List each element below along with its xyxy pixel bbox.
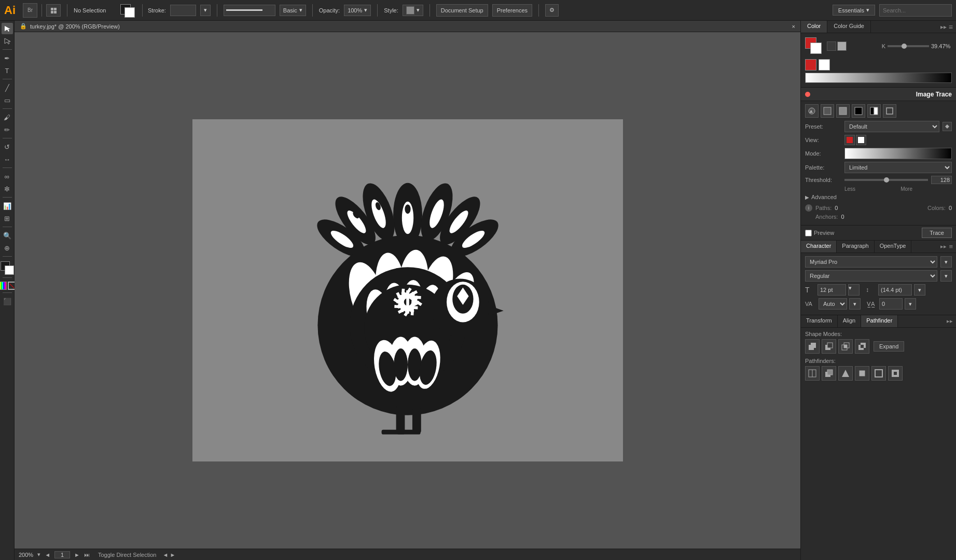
view-btn-2[interactable] bbox=[856, 135, 866, 145]
graphic-style-dropdown[interactable]: ▾ bbox=[403, 5, 423, 16]
line-tool[interactable]: ╱ bbox=[2, 82, 13, 93]
view-btn-1[interactable] bbox=[844, 135, 855, 145]
rotate-tool[interactable]: ↺ bbox=[2, 141, 13, 152]
divide-btn[interactable] bbox=[805, 366, 820, 381]
search-input[interactable] bbox=[879, 4, 952, 17]
page-number-input[interactable] bbox=[54, 551, 70, 558]
stroke-color[interactable] bbox=[124, 7, 135, 18]
leading-input[interactable] bbox=[878, 284, 912, 296]
preview-label[interactable]: Preview bbox=[805, 230, 834, 236]
selection-tool[interactable] bbox=[2, 23, 13, 34]
gradient-fill[interactable] bbox=[0, 282, 7, 290]
kern-dropdown[interactable]: Auto bbox=[819, 298, 847, 310]
pen-tool[interactable]: ✒ bbox=[2, 52, 13, 64]
font-dropdown-arrow[interactable]: ▾ bbox=[940, 256, 952, 268]
trim-btn[interactable] bbox=[822, 366, 836, 381]
it-manage-btn[interactable] bbox=[943, 122, 952, 131]
stroke-dropdown[interactable]: ▾ bbox=[200, 5, 211, 16]
zoom-tool[interactable]: ⊕ bbox=[2, 242, 13, 254]
nav-prev-icon[interactable]: ◄ bbox=[45, 552, 50, 558]
color-gradient-bar[interactable] bbox=[805, 73, 952, 83]
mesh-tool[interactable]: ⊞ bbox=[2, 213, 13, 224]
it-high-color-btn[interactable] bbox=[821, 104, 834, 118]
tracking-dropdown[interactable]: ▾ bbox=[905, 298, 916, 310]
rectangle-tool[interactable]: ▭ bbox=[2, 94, 13, 106]
eyedropper-tool[interactable]: 🔍 bbox=[2, 230, 13, 241]
stroke-swatch[interactable] bbox=[810, 43, 822, 54]
document-setup-button[interactable]: Document Setup bbox=[436, 4, 488, 17]
pencil-tool[interactable]: ✏ bbox=[2, 124, 13, 135]
preview-checkbox[interactable] bbox=[805, 230, 812, 236]
color-icon-2[interactable] bbox=[837, 41, 847, 51]
char-panel-menu-icon[interactable]: ≡ bbox=[949, 243, 953, 250]
trace-button[interactable]: Trace bbox=[922, 228, 952, 238]
foreground-color[interactable] bbox=[1, 261, 14, 275]
pathfinder-expand-icon[interactable]: ▸▸ bbox=[947, 318, 953, 325]
arrange-button[interactable] bbox=[46, 4, 61, 17]
column-graph-tool[interactable]: 📊 bbox=[2, 200, 13, 212]
opacity-dropdown[interactable]: 100% ▾ bbox=[344, 5, 371, 16]
unite-btn[interactable] bbox=[805, 339, 820, 354]
it-grayscale-btn[interactable] bbox=[852, 104, 865, 118]
tab-pathfinder[interactable]: Pathfinder bbox=[861, 315, 898, 327]
preferences-button[interactable]: Preferences bbox=[492, 4, 532, 17]
white-mode-btn[interactable] bbox=[819, 59, 830, 71]
it-outline-btn[interactable] bbox=[883, 104, 896, 118]
leading-dropdown[interactable]: ▾ bbox=[914, 284, 925, 296]
blend-tool[interactable]: ∞ bbox=[2, 171, 13, 182]
reflect-tool[interactable]: ↔ bbox=[2, 153, 13, 165]
kern-dropdown-arrow[interactable]: ▾ bbox=[849, 298, 861, 310]
expand-button[interactable]: Expand bbox=[874, 341, 904, 352]
it-advanced-row[interactable]: ▶ Advanced bbox=[805, 192, 952, 202]
k-slider[interactable] bbox=[888, 45, 929, 47]
font-style-dropdown[interactable]: Regular bbox=[805, 270, 937, 282]
tab-paragraph[interactable]: Paragraph bbox=[837, 241, 874, 253]
crop-btn[interactable] bbox=[855, 366, 869, 381]
threshold-input[interactable] bbox=[931, 176, 952, 184]
bridge-button[interactable]: Br bbox=[23, 3, 37, 18]
intersect-btn[interactable] bbox=[838, 339, 853, 354]
font-size-dropdown[interactable]: ▾ bbox=[848, 284, 860, 296]
minus-back-btn[interactable] bbox=[888, 366, 903, 381]
essentials-button[interactable]: Essentials ▾ bbox=[833, 5, 875, 16]
symbol-tool[interactable]: ✼ bbox=[2, 183, 13, 194]
style-dropdown-arrow[interactable]: ▾ bbox=[940, 270, 952, 282]
it-auto-btn[interactable]: A bbox=[805, 104, 819, 118]
panel-expand-icon[interactable]: ▸▸ bbox=[940, 23, 947, 31]
color-icon-1[interactable] bbox=[827, 41, 836, 51]
zoom-dropdown-icon[interactable]: ▾ bbox=[37, 551, 40, 558]
preset-dropdown[interactable]: Default bbox=[844, 121, 939, 132]
merge-btn[interactable] bbox=[838, 366, 853, 381]
nav-end-icon[interactable]: ⏭ bbox=[84, 552, 90, 558]
tab-align[interactable]: Align bbox=[838, 315, 861, 327]
it-low-color-btn[interactable] bbox=[836, 104, 850, 118]
paintbrush-tool[interactable]: 🖌 bbox=[2, 111, 13, 123]
it-bw-btn[interactable] bbox=[867, 104, 881, 118]
exclude-btn[interactable] bbox=[855, 339, 869, 354]
font-family-dropdown[interactable]: Myriad Pro bbox=[805, 256, 937, 268]
font-size-input[interactable] bbox=[818, 284, 846, 296]
it-close-btn[interactable] bbox=[805, 92, 810, 97]
red-mode-btn[interactable] bbox=[805, 59, 816, 71]
panel-menu-icon[interactable]: ≡ bbox=[949, 23, 953, 31]
nav-next-icon[interactable]: ► bbox=[74, 552, 80, 558]
direct-selection-tool[interactable] bbox=[2, 35, 13, 47]
palette-dropdown[interactable]: Limited bbox=[844, 162, 952, 173]
char-panel-expand-icon[interactable]: ▸▸ bbox=[940, 243, 947, 250]
close-tab-icon[interactable]: × bbox=[792, 23, 795, 30]
outline-path-btn[interactable] bbox=[871, 366, 886, 381]
tab-transform[interactable]: Transform bbox=[801, 315, 838, 327]
artboard-tool[interactable]: ⬛ bbox=[2, 296, 13, 307]
tab-opentype[interactable]: OpenType bbox=[875, 241, 912, 253]
workspace-options[interactable]: ⚙ bbox=[545, 4, 559, 17]
tab-color[interactable]: Color bbox=[801, 21, 827, 33]
minus-front-btn[interactable] bbox=[822, 339, 836, 354]
stroke-input[interactable] bbox=[170, 5, 196, 16]
style-dropdown[interactable]: Basic ▾ bbox=[280, 5, 306, 16]
tracking-input[interactable] bbox=[879, 298, 903, 310]
nav-arrows[interactable]: ◄ ► bbox=[162, 552, 175, 558]
type-tool[interactable]: T bbox=[2, 65, 13, 76]
tab-character[interactable]: Character bbox=[801, 241, 837, 253]
threshold-slider[interactable] bbox=[844, 179, 928, 181]
tab-color-guide[interactable]: Color Guide bbox=[827, 21, 871, 33]
